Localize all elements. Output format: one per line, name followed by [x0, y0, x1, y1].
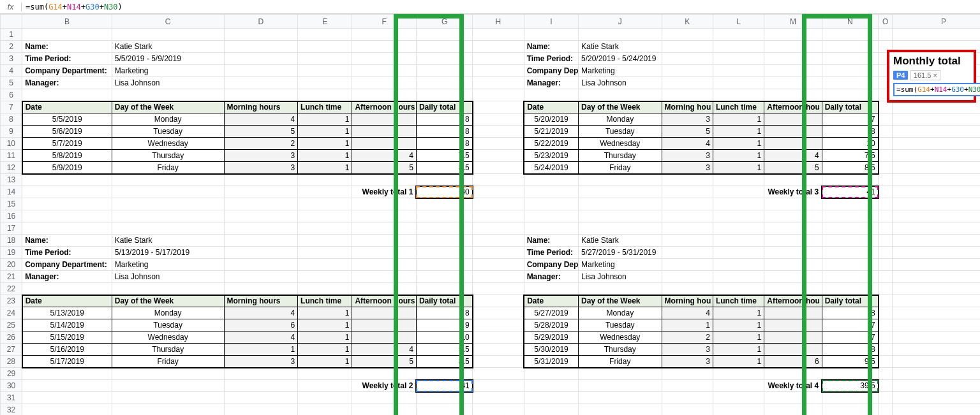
cell[interactable] — [473, 113, 524, 126]
cell[interactable]: 5 — [764, 162, 822, 174]
cell[interactable]: 1 — [298, 126, 352, 138]
row-header[interactable]: 13 — [1, 174, 22, 186]
cell[interactable] — [893, 235, 980, 247]
cell[interactable]: Morning hours — [224, 101, 298, 113]
cell[interactable]: Company Department: — [22, 259, 112, 271]
cell[interactable]: 7.5 — [822, 150, 878, 162]
cell[interactable] — [764, 368, 822, 380]
cell[interactable]: 5/15/2019 — [22, 331, 112, 344]
cell[interactable]: 7 — [822, 319, 878, 331]
cell[interactable] — [893, 331, 980, 344]
cell[interactable] — [473, 247, 524, 259]
cell[interactable] — [879, 380, 893, 392]
col-D[interactable]: D — [224, 15, 298, 29]
cell[interactable]: Wednesday — [112, 331, 224, 344]
cell[interactable] — [524, 198, 578, 210]
cell[interactable]: Monday — [112, 307, 224, 319]
cell[interactable] — [112, 186, 224, 198]
cell[interactable] — [764, 77, 822, 89]
cell[interactable] — [22, 404, 112, 416]
cell[interactable]: 2 — [662, 331, 713, 344]
cell[interactable] — [822, 259, 878, 271]
cell[interactable]: 5/14/2019 — [22, 319, 112, 331]
cell[interactable] — [112, 198, 224, 210]
cell[interactable] — [822, 65, 878, 77]
cell[interactable]: 39.5 — [822, 380, 878, 392]
cell[interactable]: 5/24/2019 — [524, 162, 578, 174]
cell[interactable] — [224, 235, 298, 247]
cell[interactable]: 26 — [1, 331, 22, 344]
cell[interactable] — [22, 283, 112, 295]
cell[interactable]: 1 — [713, 138, 764, 150]
cell[interactable] — [879, 138, 893, 150]
cell[interactable] — [764, 65, 822, 77]
col-M[interactable]: M — [764, 15, 822, 29]
cell[interactable] — [822, 89, 878, 101]
cell[interactable] — [22, 89, 112, 101]
cell[interactable] — [298, 392, 352, 404]
cell[interactable] — [764, 29, 822, 41]
cell[interactable] — [112, 392, 224, 404]
cell[interactable] — [879, 198, 893, 210]
cell[interactable] — [764, 53, 822, 65]
cell[interactable]: 8.5 — [416, 356, 472, 368]
cell[interactable] — [416, 210, 472, 222]
cell[interactable]: Manager: — [524, 77, 578, 89]
cell[interactable]: Date — [524, 295, 578, 307]
cell[interactable]: 7 — [1, 101, 22, 113]
cell[interactable]: Lisa Johnson — [579, 77, 662, 89]
cell[interactable] — [524, 174, 578, 186]
cell[interactable]: 5 — [1, 77, 22, 89]
cell[interactable] — [893, 126, 980, 138]
cell[interactable]: Time Period: — [22, 53, 112, 65]
cell[interactable]: 1 — [713, 344, 764, 356]
cell[interactable]: Date — [22, 295, 112, 307]
cell[interactable]: 4 — [1, 65, 22, 77]
cell[interactable]: Lunch time — [713, 295, 764, 307]
cell[interactable] — [764, 247, 822, 259]
cell[interactable] — [352, 138, 416, 150]
col-B[interactable]: B — [22, 15, 112, 29]
cell[interactable] — [473, 356, 524, 368]
cell[interactable] — [662, 198, 713, 210]
cell[interactable]: 3 — [224, 162, 298, 174]
cell[interactable] — [473, 271, 524, 283]
cell[interactable] — [416, 271, 472, 283]
cell[interactable]: Marketing — [579, 65, 662, 77]
row-header[interactable]: 6 — [1, 89, 22, 101]
cell[interactable]: Manager: — [22, 271, 112, 283]
cell[interactable] — [224, 41, 298, 53]
cell[interactable]: 1 — [662, 319, 713, 331]
cell[interactable] — [893, 259, 980, 271]
cell[interactable] — [662, 235, 713, 247]
cell[interactable] — [822, 247, 878, 259]
cell[interactable]: 12 — [1, 162, 22, 174]
cell[interactable] — [879, 247, 893, 259]
cell[interactable] — [473, 368, 524, 380]
cell[interactable] — [473, 77, 524, 89]
cell[interactable] — [822, 29, 878, 41]
cell[interactable] — [352, 41, 416, 53]
cell[interactable]: 6 — [224, 319, 298, 331]
cell[interactable] — [879, 150, 893, 162]
cell[interactable] — [893, 210, 980, 222]
cell[interactable]: Manager: — [22, 77, 112, 89]
cell[interactable] — [879, 368, 893, 380]
cell[interactable] — [112, 210, 224, 222]
cell[interactable] — [822, 41, 878, 53]
cell[interactable] — [22, 198, 112, 210]
cell[interactable] — [352, 77, 416, 89]
cell[interactable]: Lunch time — [298, 295, 352, 307]
cell[interactable]: 10 — [1, 138, 22, 150]
cell[interactable] — [473, 53, 524, 65]
cell[interactable] — [224, 368, 298, 380]
cell[interactable] — [879, 126, 893, 138]
cell[interactable] — [224, 29, 298, 41]
cell[interactable] — [713, 77, 764, 89]
cell[interactable] — [662, 89, 713, 101]
cell[interactable] — [893, 283, 980, 295]
cell[interactable] — [416, 247, 472, 259]
cell[interactable] — [524, 283, 578, 295]
cell[interactable] — [524, 368, 578, 380]
cell[interactable] — [416, 222, 472, 235]
